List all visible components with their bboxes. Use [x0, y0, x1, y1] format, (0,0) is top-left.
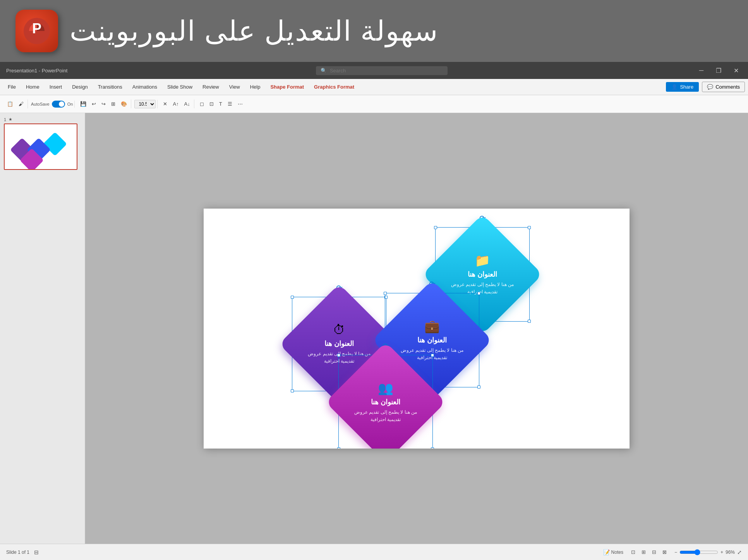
toolbar-list[interactable]: ☰	[225, 99, 235, 108]
shape-cyan-title: العنوان هنا	[448, 270, 517, 278]
toolbar-clear[interactable]: ✕	[161, 99, 170, 108]
handle-tr[interactable]	[477, 292, 480, 295]
handle-tl[interactable]	[384, 292, 387, 295]
search-box[interactable]: 🔍	[316, 66, 448, 75]
toolbar-fontsize-up[interactable]: A↑	[170, 99, 181, 108]
share-button[interactable]: 👤 Share	[666, 82, 699, 92]
view-normal[interactable]: ⊡	[629, 548, 638, 556]
toolbar-format[interactable]: 🖌	[16, 99, 26, 108]
statusbar-left: Slide 1 of 1 ⊟	[6, 549, 39, 555]
shape-cyan-icon: 📁	[448, 253, 517, 267]
toolbar-shapes[interactable]: ◻	[197, 99, 206, 108]
restore-button[interactable]: ❐	[713, 65, 724, 76]
zoom-out-button[interactable]: −	[674, 550, 677, 555]
shape-blue-title: العنوان هنا	[397, 336, 467, 344]
canvas-area[interactable]: ⟳ 📁 العنوان هنا من هنا لا يطمح إلى تقديم…	[85, 113, 748, 544]
handle-br[interactable]	[477, 385, 480, 389]
toolbar-more[interactable]: ⋯	[235, 99, 245, 108]
handle-bl[interactable]	[291, 389, 294, 392]
statusbar-right: 📝 Notes ⊡ ⊞ ⊟ ⊠ − + 96% ⤢	[603, 548, 742, 556]
slide-thumb[interactable]	[4, 123, 77, 170]
autosave-label: AutoSave	[31, 102, 50, 106]
view-buttons: ⊡ ⊞ ⊟ ⊠	[629, 548, 669, 556]
toolbar-save[interactable]: 💾	[78, 99, 89, 108]
handle-tr[interactable]	[528, 226, 531, 229]
view-reading[interactable]: ⊠	[660, 548, 669, 556]
toolbar-paste[interactable]: 📋	[5, 99, 15, 108]
toolbar: 📋 🖌 AutoSave On 💾 ↩ ↪ ⊞ 🎨 10.5 ✕ A↑ A↓ ◻…	[0, 95, 748, 113]
menubar: File Home Insert Design Transitions Anim…	[0, 79, 748, 95]
shape-blue-icon: 💼	[397, 319, 467, 333]
toolbar-undo[interactable]: ↩	[89, 99, 98, 108]
view-outline[interactable]: ⊟	[650, 548, 659, 556]
handle-tl[interactable]	[337, 354, 340, 357]
shape-pink-icon: 👥	[351, 380, 420, 395]
view-grid[interactable]: ⊞	[639, 548, 648, 556]
menu-animations[interactable]: Animations	[128, 82, 162, 92]
slide-layout-icon: ⊟	[34, 549, 39, 555]
menu-transitions[interactable]: Transitions	[93, 82, 127, 92]
zoom-slider[interactable]	[679, 549, 718, 555]
shape-purple-title: العنوان هنا	[304, 339, 374, 348]
menu-file[interactable]: File	[3, 82, 21, 92]
slide-number: 1 ★	[4, 117, 81, 122]
comments-button[interactable]: 💬 Comments	[702, 82, 745, 92]
autosave-toggle[interactable]	[52, 101, 65, 108]
window-controls: ─ ❐ ✕	[696, 65, 742, 76]
toolbar-theme[interactable]: 🎨	[118, 99, 129, 108]
menu-shapeformat[interactable]: Shape Format	[266, 82, 309, 92]
notes-button[interactable]: 📝 Notes	[603, 549, 623, 555]
slide-panel: 1 ★	[0, 113, 85, 544]
titlebar: Presentation1 - PowerPoint 🔍 ─ ❐ ✕	[0, 62, 748, 79]
doc-title: Presentation1 - PowerPoint	[6, 68, 67, 74]
shape-pink-text: من هنا لا يطمح إلى تقديم عروض تقديمية اح…	[351, 408, 420, 423]
toolbar-layout[interactable]: ⊞	[109, 99, 118, 108]
menu-home[interactable]: Home	[21, 82, 44, 92]
handle-tl[interactable]	[291, 296, 294, 299]
statusbar: Slide 1 of 1 ⊟ 📝 Notes ⊡ ⊞ ⊟ ⊠ − + 96% ⤢	[0, 544, 748, 560]
menu-review[interactable]: Review	[198, 82, 224, 92]
handle-tl[interactable]	[434, 226, 437, 229]
zoom-control: − + 96% ⤢	[674, 549, 742, 555]
handle-tr[interactable]	[431, 354, 434, 357]
zoom-fit-button[interactable]: ⤢	[737, 549, 742, 555]
share-icon: 👤	[671, 84, 678, 90]
header-title: سهولة التعديل على البوربوينت	[70, 15, 438, 47]
powerpoint-logo: P	[15, 10, 58, 52]
notes-label: Notes	[611, 550, 623, 555]
toolbar-fontsize-down[interactable]: A↓	[182, 99, 192, 108]
zoom-in-button[interactable]: +	[721, 550, 723, 555]
slide-info: Slide 1 of 1	[6, 550, 29, 555]
toolbar-redo[interactable]: ↪	[99, 99, 108, 108]
handle-bl[interactable]	[337, 447, 340, 449]
header-banner: P سهولة التعديل على البوربوينت	[0, 0, 748, 62]
handle-br[interactable]	[528, 320, 531, 323]
shape-pink-container[interactable]: ⟳ 👥 العنوان هنا من هنا لا يطمح إلى تقديم…	[343, 360, 428, 445]
shape-pink-title: العنوان هنا	[351, 397, 420, 406]
search-icon: 🔍	[321, 68, 327, 74]
menu-insert[interactable]: Insert	[45, 82, 67, 92]
toolbar-text[interactable]: T	[217, 99, 225, 108]
menu-view[interactable]: View	[225, 82, 245, 92]
shape-purple-icon: ⏱	[304, 323, 374, 337]
menu-design[interactable]: Design	[67, 82, 92, 92]
zoom-level: 96%	[726, 550, 735, 555]
menu-graphicsformat[interactable]: Graphics Format	[309, 82, 359, 92]
comments-icon: 💬	[707, 84, 713, 90]
font-size-select[interactable]: 10.5	[134, 100, 156, 108]
menu-help[interactable]: Help	[245, 82, 265, 92]
handle-br[interactable]	[431, 447, 434, 449]
slide-canvas[interactable]: ⟳ 📁 العنوان هنا من هنا لا يطمح إلى تقديم…	[204, 209, 630, 449]
menu-slideshow[interactable]: Slide Show	[163, 82, 197, 92]
svg-text:P: P	[32, 21, 41, 36]
autosave-state: On	[67, 102, 73, 106]
search-input[interactable]	[330, 68, 431, 74]
main-area: 1 ★	[0, 113, 748, 544]
minimize-button[interactable]: ─	[696, 65, 707, 75]
slide-thumbnail-1[interactable]: 1 ★	[4, 117, 81, 170]
toolbar-arrange[interactable]: ⊡	[207, 99, 216, 108]
notes-icon: 📝	[603, 549, 610, 555]
shape-pink-content: 👥 العنوان هنا من هنا لا يطمح إلى تقديم ع…	[343, 373, 428, 431]
close-button[interactable]: ✕	[731, 65, 742, 76]
